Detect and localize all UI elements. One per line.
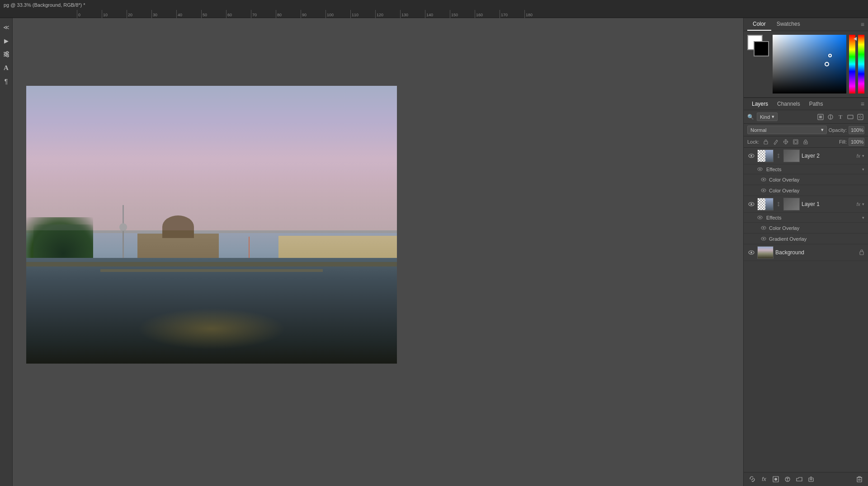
- filter-type-icon[interactable]: T: [836, 113, 844, 121]
- layer1-gradient-overlay[interactable]: Gradient Overlay: [744, 234, 868, 244]
- layer1-effects-collapse[interactable]: ▾: [862, 215, 864, 220]
- tab-swatches[interactable]: Swatches: [771, 18, 806, 31]
- layer1-go-visibility[interactable]: [760, 235, 767, 243]
- tab-channels[interactable]: Channels: [773, 98, 805, 110]
- svg-point-34: [750, 252, 752, 253]
- layer2-co2-name: Color Overlay: [769, 188, 799, 193]
- ruler-mark-180: 180: [524, 10, 549, 18]
- lock-artboard-btn[interactable]: [792, 138, 800, 146]
- svg-point-28: [759, 217, 761, 219]
- layer2-co2-visibility[interactable]: [760, 187, 767, 194]
- layer1-effects-label: Effects: [766, 215, 781, 220]
- filter-kind-select[interactable]: Kind ▾: [757, 112, 778, 121]
- layers-panel-menu[interactable]: ≡: [861, 100, 864, 107]
- lock-draw-btn[interactable]: [772, 138, 780, 146]
- ruler-mark-50: 50: [201, 10, 226, 18]
- tab-color[interactable]: Color: [747, 18, 771, 31]
- layers-filter-row: 🔍 Kind ▾ T: [744, 110, 868, 124]
- layer1-co-visibility[interactable]: [760, 224, 767, 232]
- layer-group-btn[interactable]: [794, 474, 804, 484]
- filter-kind-label: Kind: [760, 114, 770, 120]
- ruler-mark-100: 100: [326, 10, 350, 18]
- layer-adjustment-btn[interactable]: [783, 474, 793, 484]
- ruler-mark-120: 120: [375, 10, 400, 18]
- layer-item-layer1[interactable]: Layer 1 fx ▾: [744, 196, 868, 213]
- layer2-visibility-toggle[interactable]: [747, 152, 755, 160]
- lock-pixels-btn[interactable]: [762, 138, 770, 146]
- layer1-go-name: Gradient Overlay: [769, 236, 807, 242]
- ruler-mark-90: 90: [301, 10, 326, 18]
- color-panel-menu[interactable]: ≡: [861, 21, 864, 28]
- canvas-area[interactable]: [13, 18, 743, 486]
- brightness-bar[interactable]: [858, 35, 864, 93]
- layer2-fx-label[interactable]: fx: [856, 153, 860, 159]
- new-layer-btn[interactable]: [806, 474, 816, 484]
- color-gradient-container[interactable]: [773, 35, 846, 93]
- layer1-fx-label[interactable]: fx: [856, 201, 860, 207]
- collapse-panels-icon[interactable]: ≪: [1, 22, 12, 33]
- color-picker-dot[interactable]: [828, 54, 832, 57]
- lock-move-btn[interactable]: [782, 138, 790, 146]
- text-tool-icon[interactable]: A: [1, 62, 12, 73]
- hue-bar[interactable]: [849, 35, 855, 93]
- layer1-effects-visibility[interactable]: [756, 214, 764, 221]
- layer2-collapse[interactable]: ▾: [862, 154, 864, 158]
- opacity-value[interactable]: 100%: [849, 126, 864, 134]
- layer-style-btn[interactable]: fx: [759, 474, 769, 484]
- layer2-thumbnail: [757, 150, 774, 162]
- layer2-effects-collapse[interactable]: ▾: [862, 167, 864, 172]
- reflections: [137, 308, 286, 350]
- lock-all-btn[interactable]: [802, 138, 810, 146]
- ruler-mark-60: 60: [226, 10, 251, 18]
- layer1-visibility-toggle[interactable]: [747, 200, 755, 208]
- filter-smart-icon[interactable]: [856, 113, 864, 121]
- filter-adjust-icon[interactable]: [1, 49, 12, 60]
- layer2-mask-link: [775, 150, 782, 162]
- layer-mask-btn[interactable]: [771, 474, 781, 484]
- background-color[interactable]: [754, 41, 769, 56]
- layer2-effects-visibility[interactable]: [756, 166, 764, 173]
- blend-mode-select[interactable]: Normal▾: [747, 126, 827, 134]
- svg-rect-12: [764, 141, 768, 144]
- svg-point-20: [759, 168, 761, 170]
- layer2-thumb-img: [765, 150, 773, 162]
- background-visibility-toggle[interactable]: [747, 248, 755, 257]
- svg-point-32: [763, 238, 764, 240]
- delete-layer-btn[interactable]: [854, 474, 864, 484]
- layer-item-background[interactable]: Background: [744, 244, 868, 261]
- layer2-color-overlay-2[interactable]: Color Overlay: [744, 185, 868, 196]
- ruler-mark-70: 70: [251, 10, 276, 18]
- paragraph-icon[interactable]: ¶: [1, 76, 12, 87]
- layer2-color-overlay-1[interactable]: Color Overlay: [744, 174, 868, 185]
- quay2: [100, 269, 323, 272]
- brightness-slider-container[interactable]: [858, 35, 864, 93]
- filter-pixel-icon[interactable]: [816, 113, 825, 121]
- tab-paths[interactable]: Paths: [805, 98, 828, 110]
- svg-rect-7: [819, 116, 822, 118]
- hue-indicator: [854, 37, 857, 41]
- ruler-mark-110: 110: [350, 10, 375, 18]
- layer-item-layer2[interactable]: Layer 2 fx ▾: [744, 148, 868, 164]
- background-thumbnail: [757, 246, 774, 259]
- fill-value[interactable]: 100%: [849, 138, 864, 146]
- color-panel-tabs: Color Swatches ≡: [744, 18, 868, 31]
- svg-point-26: [750, 203, 752, 205]
- layer1-collapse[interactable]: ▾: [862, 202, 864, 206]
- filter-shape-icon[interactable]: [846, 113, 854, 121]
- play-icon[interactable]: ▶: [1, 35, 12, 46]
- tab-layers[interactable]: Layers: [747, 98, 773, 110]
- layer-link-btn[interactable]: [747, 474, 757, 484]
- filter-icons: T: [816, 113, 864, 121]
- svg-point-22: [763, 179, 764, 181]
- layers-list[interactable]: Layer 2 fx ▾ Effects ▾ Color Over: [744, 148, 868, 472]
- layer1-name: Layer 1: [802, 201, 854, 207]
- color-gradient-box[interactable]: [773, 35, 846, 93]
- layer2-co1-name: Color Overlay: [769, 177, 799, 182]
- hue-slider-container[interactable]: [849, 35, 855, 93]
- layer2-co1-visibility[interactable]: [760, 176, 767, 183]
- layer1-thumb-img: [765, 198, 773, 210]
- layer1-color-overlay[interactable]: Color Overlay: [744, 223, 868, 234]
- filter-adjustment-icon[interactable]: [826, 113, 835, 121]
- svg-point-5: [7, 55, 9, 57]
- lock-fill-row: Lock: Fill: 100%: [744, 136, 868, 148]
